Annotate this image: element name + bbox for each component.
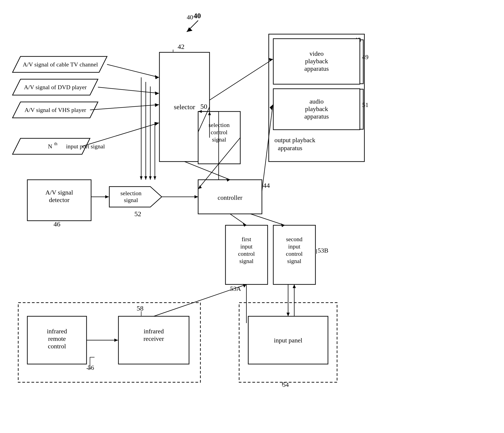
svg-rect-14 bbox=[273, 89, 360, 130]
svg-text:signal: signal bbox=[124, 197, 138, 203]
svg-text:40: 40 bbox=[194, 12, 201, 20]
svg-line-93 bbox=[209, 59, 273, 100]
svg-marker-97 bbox=[198, 110, 202, 113]
svg-text:selection: selection bbox=[120, 190, 141, 197]
svg-marker-73 bbox=[12, 138, 90, 154]
svg-rect-21 bbox=[27, 180, 91, 221]
svg-marker-117 bbox=[243, 284, 246, 288]
svg-text:input: input bbox=[288, 243, 300, 250]
svg-text:control: control bbox=[238, 251, 255, 257]
svg-line-79 bbox=[98, 87, 159, 93]
svg-marker-78 bbox=[155, 75, 159, 79]
svg-marker-123 bbox=[114, 338, 118, 342]
svg-text:input port signal: input port signal bbox=[66, 143, 105, 150]
svg-marker-104 bbox=[105, 195, 109, 199]
svg-text:output playback: output playback bbox=[274, 137, 315, 144]
svg-text:playback: playback bbox=[305, 105, 328, 113]
svg-text:apparatus: apparatus bbox=[304, 113, 329, 120]
svg-text:48: 48 bbox=[354, 36, 361, 43]
svg-rect-63 bbox=[248, 316, 328, 364]
svg-text:control: control bbox=[211, 129, 227, 136]
svg-line-1 bbox=[187, 20, 198, 32]
svg-text:controller: controller bbox=[218, 194, 243, 201]
svg-text:58: 58 bbox=[137, 304, 144, 312]
svg-rect-7 bbox=[269, 34, 364, 162]
svg-rect-62 bbox=[239, 303, 337, 382]
svg-text:infrared: infrared bbox=[144, 328, 164, 335]
svg-text:receiver: receiver bbox=[144, 335, 164, 342]
svg-line-116 bbox=[154, 285, 246, 316]
svg-text:49: 49 bbox=[362, 53, 369, 61]
svg-marker-106 bbox=[195, 195, 198, 199]
svg-marker-29 bbox=[109, 187, 162, 207]
svg-text:54: 54 bbox=[282, 381, 289, 388]
svg-text:input panel: input panel bbox=[274, 337, 302, 344]
svg-text:playback: playback bbox=[305, 58, 328, 65]
svg-text:A/V signal: A/V signal bbox=[45, 189, 73, 196]
svg-line-77 bbox=[107, 64, 159, 77]
svg-marker-71 bbox=[12, 102, 98, 118]
svg-line-99 bbox=[198, 138, 240, 189]
svg-text:apparatus: apparatus bbox=[278, 145, 302, 152]
svg-rect-57 bbox=[118, 316, 189, 364]
svg-rect-9 bbox=[273, 39, 360, 84]
svg-marker-69 bbox=[12, 79, 98, 95]
svg-line-111 bbox=[230, 214, 246, 225]
svg-text:selection: selection bbox=[209, 122, 230, 128]
svg-line-81 bbox=[90, 105, 159, 110]
svg-text:apparatus: apparatus bbox=[304, 65, 329, 72]
svg-marker-114 bbox=[281, 224, 285, 227]
svg-line-113 bbox=[251, 214, 285, 225]
svg-text:control: control bbox=[286, 251, 303, 257]
svg-rect-38 bbox=[225, 225, 268, 285]
svg-marker-80 bbox=[155, 91, 159, 95]
svg-text:52: 52 bbox=[134, 210, 141, 217]
svg-text:56: 56 bbox=[88, 364, 94, 371]
ref-40: 40 bbox=[187, 14, 193, 21]
svg-rect-3 bbox=[159, 52, 209, 162]
svg-rect-25 bbox=[198, 180, 262, 214]
svg-marker-121 bbox=[293, 285, 296, 288]
svg-text:46: 46 bbox=[54, 220, 60, 228]
svg-marker-108 bbox=[226, 178, 230, 182]
svg-marker-90 bbox=[144, 176, 147, 180]
svg-text:selector: selector bbox=[174, 103, 195, 111]
svg-marker-110 bbox=[270, 105, 273, 110]
svg-text:input: input bbox=[240, 243, 252, 250]
svg-marker-84 bbox=[154, 122, 159, 126]
svg-text:control: control bbox=[48, 343, 66, 350]
svg-text:51: 51 bbox=[362, 101, 369, 108]
svg-text:second: second bbox=[286, 236, 302, 242]
svg-text:video: video bbox=[309, 50, 324, 57]
svg-text:50: 50 bbox=[200, 103, 207, 110]
svg-marker-94 bbox=[269, 58, 273, 61]
svg-text:A/V signal of DVD player: A/V signal of DVD player bbox=[24, 84, 87, 91]
svg-text:th: th bbox=[54, 141, 57, 146]
svg-line-95 bbox=[198, 107, 209, 132]
svg-rect-33 bbox=[198, 112, 240, 164]
svg-text:signal: signal bbox=[239, 258, 253, 264]
svg-marker-119 bbox=[287, 313, 290, 316]
svg-rect-44 bbox=[273, 225, 315, 285]
svg-marker-2 bbox=[187, 27, 192, 32]
svg-marker-67 bbox=[12, 56, 107, 72]
svg-text:detector: detector bbox=[49, 196, 70, 203]
svg-line-83 bbox=[82, 123, 159, 146]
svg-text:infrared: infrared bbox=[47, 328, 67, 335]
svg-text:A/V signal of VHS player: A/V signal of VHS player bbox=[25, 107, 86, 113]
svg-rect-52 bbox=[27, 316, 87, 364]
svg-text:53B: 53B bbox=[318, 247, 328, 254]
svg-marker-92 bbox=[153, 176, 156, 180]
svg-rect-51 bbox=[18, 303, 200, 382]
svg-text:signal: signal bbox=[287, 258, 301, 264]
svg-text:42: 42 bbox=[178, 43, 184, 50]
svg-marker-112 bbox=[243, 223, 246, 227]
svg-line-109 bbox=[262, 105, 273, 191]
svg-text:signal: signal bbox=[212, 136, 226, 143]
svg-marker-91 bbox=[149, 176, 152, 180]
svg-text:44: 44 bbox=[263, 182, 270, 189]
svg-marker-82 bbox=[155, 103, 159, 107]
svg-marker-89 bbox=[140, 176, 143, 180]
svg-text:remote: remote bbox=[48, 335, 66, 342]
svg-marker-100 bbox=[198, 185, 202, 189]
